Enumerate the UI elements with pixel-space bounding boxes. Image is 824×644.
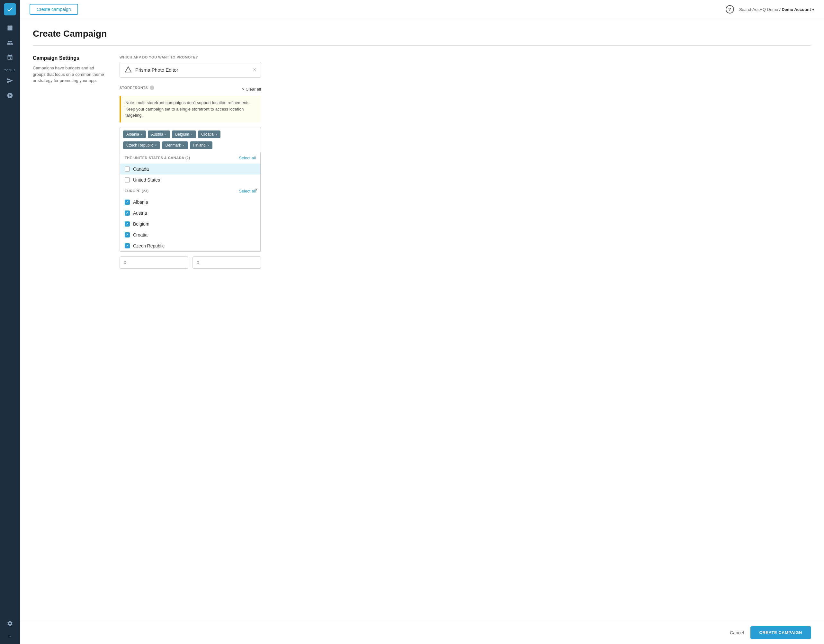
storefronts-header: STOREFRONTS i × Clear all [120, 86, 261, 92]
group-us-canada-label: THE UNITED STATES & CANADA (2) [125, 156, 190, 160]
checkbox-united-states[interactable] [125, 177, 130, 183]
tags-row-2: Czech Republic × Denmark × Finland × [120, 141, 261, 152]
help-icon[interactable]: ? [726, 5, 734, 14]
tag-albania-remove[interactable]: × [141, 132, 143, 136]
sidebar-item-network[interactable] [4, 51, 16, 64]
list-item-belgium[interactable]: Belgium [120, 218, 260, 229]
topbar: Create campaign ? SearchAdsHQ Demo / Dem… [20, 0, 824, 19]
sidebar-item-settings[interactable] [4, 617, 16, 630]
country-czech-republic: Czech Republic [133, 243, 164, 248]
app-icon-triangle [125, 66, 132, 74]
checkbox-austria[interactable] [125, 211, 130, 216]
settings-icon [7, 620, 13, 627]
divider [33, 45, 811, 46]
list-item-austria[interactable]: Austria [120, 207, 260, 218]
tag-finland[interactable]: Finland × [190, 141, 213, 149]
logo[interactable] [4, 3, 16, 15]
tag-belgium[interactable]: Belgium × [172, 131, 196, 138]
section-title: Campaign Settings [33, 55, 107, 61]
app-label: WHICH APP DO YOU WANT TO PROMOTE? [120, 55, 261, 59]
list-item-albania[interactable]: Albania [120, 197, 260, 207]
dropdown-list: THE UNITED STATES & CANADA (2) Select al… [120, 152, 261, 252]
footer: Cancel CREATE CAMPAIGN [20, 621, 824, 644]
create-campaign-button[interactable]: Create campaign [29, 4, 78, 15]
app-name: Prisma Photo Editor [135, 67, 178, 73]
page-content: Create Campaign Campaign Settings Campai… [20, 19, 824, 621]
tags-row: Albania × Austria × Belgium × Croatia × … [120, 127, 261, 141]
checkbox-croatia[interactable] [125, 232, 130, 237]
select-all-us-canada[interactable]: Select all [239, 155, 256, 160]
tag-finland-remove[interactable]: × [207, 143, 209, 147]
sidebar: TOOLS » [0, 0, 20, 644]
app-clear-button[interactable]: × [253, 67, 256, 73]
input-field-2[interactable] [192, 257, 261, 269]
tag-denmark-remove[interactable]: × [183, 143, 184, 147]
list-item-czech-republic[interactable]: Czech Republic [120, 240, 260, 251]
select-all-europe[interactable]: Select all [239, 189, 256, 194]
tags-chevron[interactable]: ▾ [255, 187, 257, 192]
checkbox-czech-republic[interactable] [125, 243, 130, 248]
storefronts-label: STOREFRONTS i [120, 86, 154, 90]
page-title: Create Campaign [33, 29, 811, 39]
create-campaign-submit-button[interactable]: CREATE CAMPAIGN [750, 626, 811, 639]
main-content: Create campaign ? SearchAdsHQ Demo / Dem… [20, 0, 824, 644]
form-layout: Campaign Settings Campaigns have budgets… [33, 55, 811, 269]
storefronts-info-icon[interactable]: i [150, 86, 154, 90]
target-icon [7, 92, 13, 99]
country-canada: Canada [133, 166, 149, 172]
tag-belgium-remove[interactable]: × [191, 132, 193, 136]
sidebar-item-target[interactable] [4, 89, 16, 101]
sidebar-item-send[interactable] [4, 75, 16, 87]
sidebar-item-users[interactable] [4, 37, 16, 49]
section-desc: Campaigns have budgets and ad groups tha… [33, 65, 107, 84]
form-main: WHICH APP DO YOU WANT TO PROMOTE? Prisma… [120, 55, 261, 269]
tag-czech-republic[interactable]: Czech Republic × [123, 141, 160, 149]
account-selector[interactable]: SearchAdsHQ Demo / Demo Account ▾ [739, 7, 814, 12]
tag-austria[interactable]: Austria × [148, 131, 170, 138]
country-albania: Albania [133, 200, 148, 205]
checkbox-canada[interactable] [125, 166, 130, 172]
topbar-right: ? SearchAdsHQ Demo / Demo Account ▾ [726, 5, 814, 14]
account-sub: Demo Account [782, 7, 811, 12]
sidebar-expand[interactable]: » [9, 632, 11, 641]
svg-marker-0 [125, 67, 131, 72]
tag-croatia[interactable]: Croatia × [198, 131, 220, 138]
warning-banner: Note: multi-storefront campaigns don't s… [120, 96, 261, 123]
send-icon [7, 77, 13, 84]
tag-czech-republic-remove[interactable]: × [155, 143, 157, 147]
group-us-canada-header: THE UNITED STATES & CANADA (2) Select al… [120, 152, 260, 164]
users-icon [7, 40, 13, 46]
group-europe-label: EUROPE (23) [125, 189, 149, 193]
app-selector[interactable]: Prisma Photo Editor × [120, 62, 261, 78]
check-icon [6, 6, 14, 13]
country-belgium: Belgium [133, 221, 149, 227]
input-field-1[interactable] [120, 257, 188, 269]
tags-dropdown[interactable]: Albania × Austria × Belgium × Croatia × … [120, 127, 261, 252]
country-austria: Austria [133, 211, 147, 216]
list-item-croatia[interactable]: Croatia [120, 229, 260, 240]
dashboard-icon [7, 25, 13, 31]
cancel-button[interactable]: Cancel [730, 630, 744, 635]
checkbox-albania[interactable] [125, 200, 130, 205]
list-item-united-states[interactable]: United States [120, 175, 260, 185]
checkbox-belgium[interactable] [125, 221, 130, 227]
tools-label: TOOLS [4, 69, 16, 72]
clear-all-button[interactable]: × Clear all [242, 87, 261, 92]
group-europe-header: EUROPE (23) Select all [120, 185, 260, 197]
sidebar-item-dashboard[interactable] [4, 22, 16, 34]
country-united-states: United States [133, 177, 160, 183]
country-croatia: Croatia [133, 232, 148, 237]
tag-croatia-remove[interactable]: × [215, 132, 217, 136]
tag-denmark[interactable]: Denmark × [162, 141, 188, 149]
tag-austria-remove[interactable]: × [165, 132, 167, 136]
account-main: SearchAdsHQ Demo [739, 7, 778, 12]
bottom-inputs [120, 257, 261, 269]
form-sidebar: Campaign Settings Campaigns have budgets… [33, 55, 107, 269]
network-icon [7, 54, 13, 61]
tag-albania[interactable]: Albania × [123, 131, 146, 138]
list-item-canada[interactable]: Canada [120, 164, 260, 175]
app-selector-left: Prisma Photo Editor [125, 66, 178, 74]
